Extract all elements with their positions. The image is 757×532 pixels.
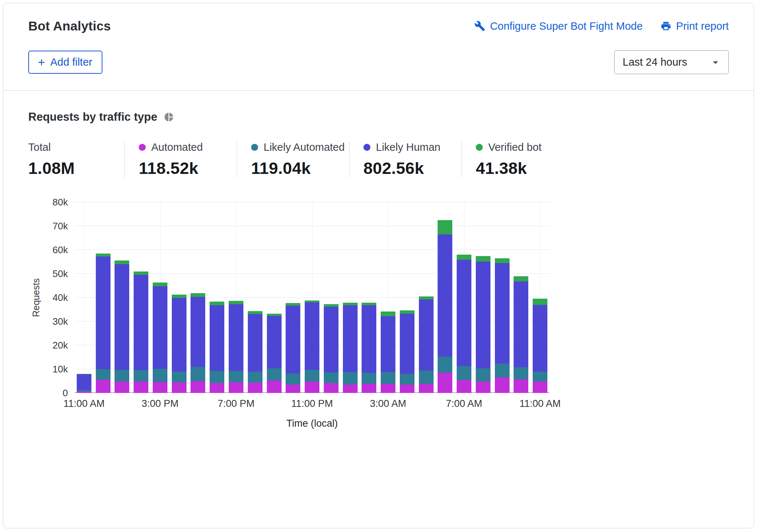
- bar-segment[interactable]: [343, 385, 358, 393]
- bar-segment[interactable]: [457, 380, 471, 393]
- bar-segment[interactable]: [172, 382, 186, 393]
- bar-segment[interactable]: [267, 368, 282, 380]
- bar-segment[interactable]: [495, 364, 510, 378]
- bar-segment[interactable]: [191, 297, 205, 367]
- bar-segment[interactable]: [438, 373, 452, 393]
- bar-segment[interactable]: [172, 372, 186, 382]
- stacked-bar-22[interactable]: [495, 258, 510, 393]
- stacked-bar-21[interactable]: [476, 256, 490, 393]
- stacked-bar-12[interactable]: [305, 300, 319, 393]
- stacked-bar-17[interactable]: [400, 310, 414, 393]
- bar-segment[interactable]: [229, 382, 243, 393]
- bar-segment[interactable]: [305, 370, 319, 382]
- bar-segment[interactable]: [267, 380, 282, 393]
- stacked-bar-5[interactable]: [172, 295, 186, 393]
- bar-segment[interactable]: [153, 382, 167, 393]
- bar-segment[interactable]: [438, 234, 452, 357]
- bar-segment[interactable]: [514, 281, 528, 368]
- bar-segment[interactable]: [115, 260, 129, 264]
- bar-segment[interactable]: [400, 374, 414, 385]
- bar-segment[interactable]: [77, 374, 91, 390]
- bar-segment[interactable]: [324, 307, 338, 372]
- bar-segment[interactable]: [191, 381, 205, 393]
- bar-segment[interactable]: [514, 367, 528, 379]
- bar-segment[interactable]: [381, 372, 395, 384]
- bar-segment[interactable]: [495, 258, 510, 263]
- stacked-bar-16[interactable]: [381, 311, 395, 393]
- stacked-bar-18[interactable]: [419, 296, 434, 393]
- bar-segment[interactable]: [514, 379, 528, 393]
- bar-segment[interactable]: [419, 384, 434, 393]
- bar-segment[interactable]: [438, 220, 452, 234]
- bar-segment[interactable]: [267, 316, 282, 368]
- bar-segment[interactable]: [419, 296, 434, 299]
- stacked-bar-13[interactable]: [324, 304, 338, 393]
- bar-segment[interactable]: [210, 383, 224, 393]
- bar-segment[interactable]: [286, 303, 300, 306]
- bar-segment[interactable]: [400, 385, 414, 393]
- bar-segment[interactable]: [115, 264, 129, 370]
- bar-segment[interactable]: [248, 372, 262, 383]
- bar-segment[interactable]: [115, 370, 129, 382]
- stacked-bar-6[interactable]: [191, 293, 205, 393]
- bar-segment[interactable]: [400, 310, 414, 313]
- bar-segment[interactable]: [533, 382, 547, 393]
- bar-segment[interactable]: [229, 371, 243, 382]
- bar-segment[interactable]: [96, 254, 111, 256]
- bar-segment[interactable]: [286, 385, 300, 393]
- bar-segment[interactable]: [172, 295, 186, 298]
- bar-segment[interactable]: [286, 306, 300, 374]
- bar-segment[interactable]: [324, 372, 338, 383]
- bar-segment[interactable]: [495, 263, 510, 364]
- print-report-link[interactable]: Print report: [660, 20, 729, 32]
- bar-segment[interactable]: [115, 382, 129, 393]
- bar-segment[interactable]: [191, 293, 205, 297]
- add-filter-button[interactable]: Add filter: [28, 51, 102, 74]
- stacked-bar-11[interactable]: [286, 303, 300, 393]
- stacked-bar-10[interactable]: [267, 314, 282, 393]
- bar-segment[interactable]: [305, 302, 319, 370]
- bar-segment[interactable]: [476, 368, 490, 382]
- bar-segment[interactable]: [210, 371, 224, 383]
- bar-segment[interactable]: [134, 370, 148, 382]
- bar-segment[interactable]: [495, 378, 510, 393]
- bar-segment[interactable]: [476, 262, 490, 368]
- bar-segment[interactable]: [134, 382, 148, 393]
- bar-segment[interactable]: [381, 384, 395, 393]
- bar-segment[interactable]: [476, 382, 490, 393]
- bar-segment[interactable]: [457, 366, 471, 380]
- bar-segment[interactable]: [210, 305, 224, 371]
- stacked-bar-4[interactable]: [153, 283, 167, 393]
- bar-segment[interactable]: [96, 256, 111, 369]
- bar-segment[interactable]: [457, 255, 471, 260]
- bar-segment[interactable]: [362, 373, 376, 384]
- bar-segment[interactable]: [153, 283, 167, 286]
- bar-segment[interactable]: [191, 367, 205, 381]
- bar-segment[interactable]: [419, 371, 434, 384]
- stacked-bar-7[interactable]: [210, 302, 224, 393]
- bar-segment[interactable]: [533, 305, 547, 372]
- stacked-bar-2[interactable]: [115, 260, 129, 393]
- bar-segment[interactable]: [343, 372, 358, 385]
- bar-segment[interactable]: [305, 382, 319, 393]
- bar-segment[interactable]: [343, 305, 358, 372]
- bar-segment[interactable]: [248, 314, 262, 372]
- stacked-bar-14[interactable]: [343, 303, 358, 393]
- bar-segment[interactable]: [248, 311, 262, 314]
- time-range-select[interactable]: Last 24 hours: [614, 50, 729, 74]
- stacked-bar-19[interactable]: [438, 220, 452, 393]
- configure-super-bot-fight-mode-link[interactable]: Configure Super Bot Fight Mode: [474, 20, 643, 32]
- bar-segment[interactable]: [533, 299, 547, 305]
- bar-segment[interactable]: [362, 305, 376, 373]
- bar-segment[interactable]: [210, 302, 224, 305]
- stacked-bar-15[interactable]: [362, 303, 376, 393]
- bar-segment[interactable]: [438, 357, 452, 373]
- bar-segment[interactable]: [96, 380, 111, 393]
- bar-segment[interactable]: [381, 311, 395, 316]
- stacked-bar-9[interactable]: [248, 311, 262, 393]
- stacked-bar-1[interactable]: [96, 254, 111, 393]
- stacked-bar-24[interactable]: [533, 299, 547, 393]
- bar-segment[interactable]: [96, 369, 111, 380]
- bar-segment[interactable]: [514, 276, 528, 281]
- bar-segment[interactable]: [229, 304, 243, 371]
